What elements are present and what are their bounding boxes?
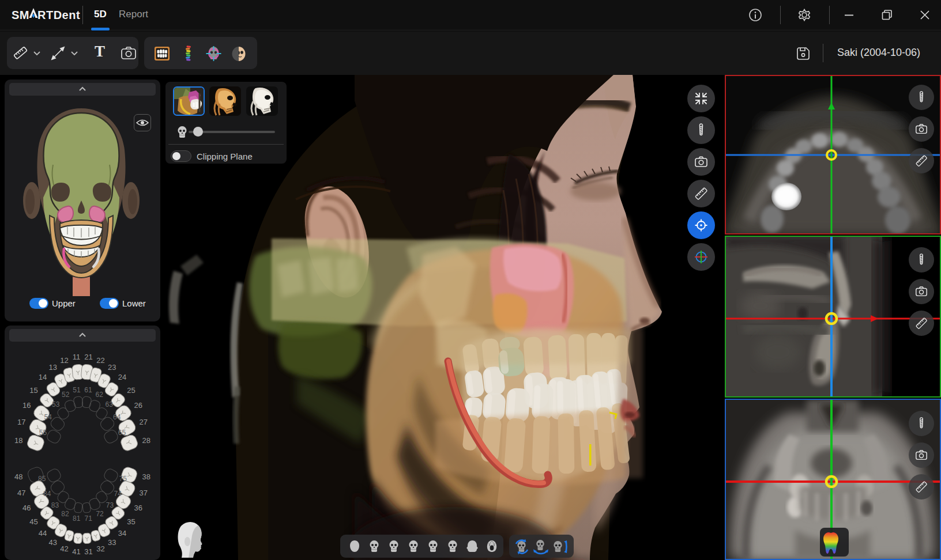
- svg-text:82: 82: [61, 510, 69, 518]
- svg-text:75: 75: [119, 475, 127, 483]
- svg-text:13: 13: [49, 363, 57, 372]
- svg-text:71: 71: [85, 514, 93, 523]
- svg-text:41: 41: [72, 547, 80, 556]
- svg-text:42: 42: [60, 544, 68, 553]
- svg-text:63: 63: [106, 400, 114, 408]
- svg-text:84: 84: [43, 490, 51, 498]
- svg-text:36: 36: [134, 504, 142, 512]
- svg-text:37: 37: [139, 489, 147, 497]
- svg-text:55: 55: [39, 429, 47, 437]
- svg-text:14: 14: [39, 373, 47, 381]
- svg-text:74: 74: [114, 490, 122, 498]
- svg-text:16: 16: [22, 401, 31, 410]
- svg-text:44: 44: [39, 529, 47, 538]
- svg-text:26: 26: [134, 401, 142, 410]
- svg-text:38: 38: [142, 472, 150, 481]
- svg-text:62: 62: [96, 391, 104, 399]
- svg-text:32: 32: [96, 544, 104, 553]
- svg-text:21: 21: [84, 353, 92, 361]
- svg-text:22: 22: [96, 356, 104, 365]
- svg-text:18: 18: [14, 436, 22, 445]
- svg-text:54: 54: [44, 413, 52, 421]
- svg-text:65: 65: [118, 429, 126, 437]
- svg-text:53: 53: [52, 400, 60, 408]
- svg-text:25: 25: [127, 386, 135, 395]
- svg-text:64: 64: [113, 413, 121, 421]
- svg-text:61: 61: [84, 386, 92, 394]
- svg-text:72: 72: [96, 510, 104, 518]
- svg-text:12: 12: [60, 356, 68, 365]
- svg-text:83: 83: [51, 501, 59, 509]
- svg-text:27: 27: [139, 418, 147, 426]
- svg-text:43: 43: [49, 538, 57, 547]
- svg-text:33: 33: [108, 538, 116, 547]
- svg-text:31: 31: [84, 547, 92, 556]
- svg-text:17: 17: [17, 418, 25, 426]
- svg-text:15: 15: [29, 386, 37, 395]
- svg-text:85: 85: [38, 475, 46, 483]
- svg-text:28: 28: [142, 436, 150, 445]
- svg-text:45: 45: [29, 517, 37, 526]
- svg-text:11: 11: [73, 353, 81, 361]
- svg-text:73: 73: [106, 501, 114, 509]
- svg-text:35: 35: [127, 517, 135, 526]
- svg-text:52: 52: [62, 391, 70, 399]
- svg-text:34: 34: [118, 529, 126, 538]
- svg-text:48: 48: [14, 472, 22, 481]
- svg-text:24: 24: [118, 373, 126, 381]
- svg-text:51: 51: [73, 386, 81, 394]
- svg-text:81: 81: [73, 514, 81, 523]
- svg-text:23: 23: [108, 363, 116, 372]
- svg-text:46: 46: [22, 504, 31, 512]
- svg-text:47: 47: [17, 489, 25, 497]
